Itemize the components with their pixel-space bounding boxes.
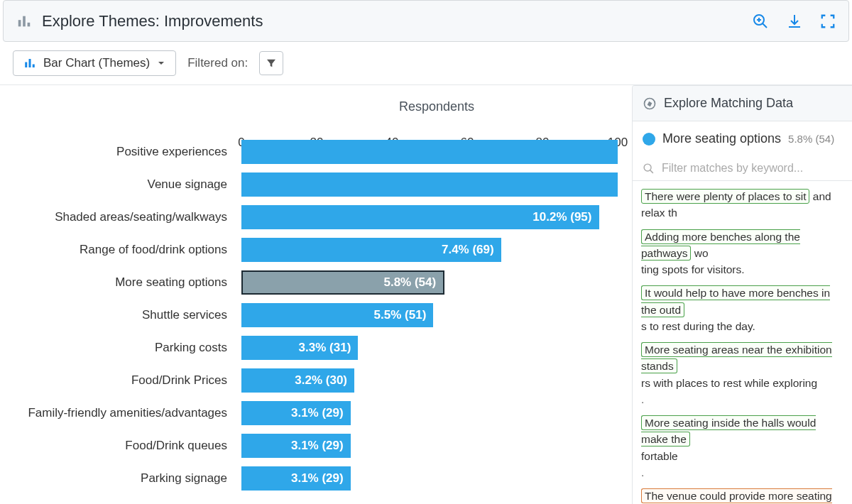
match-item[interactable]: Adding more benches along the pathways w…	[641, 229, 843, 278]
matches-list: There were plenty of places to sit and r…	[633, 181, 852, 504]
chart-type-label: Bar Chart (Themes)	[43, 56, 150, 70]
side-panel: Explore Matching Data More seating optio…	[632, 85, 852, 504]
page-header: Explore Themes: Improvements	[3, 0, 849, 42]
theme-color-dot	[643, 133, 655, 146]
bar-category-label: Venue signage	[0, 177, 234, 192]
match-item[interactable]: More seating inside the halls would make…	[641, 415, 843, 481]
zoom-in-icon[interactable]	[752, 13, 769, 30]
page-title: Explore Themes: Improvements	[42, 12, 263, 31]
bar-category-label: Food/Drink Prices	[0, 373, 234, 388]
bar-rect[interactable]: 3.1% (29)	[241, 434, 351, 458]
bar-category-label: Shaded areas/seating/walkways	[0, 210, 234, 224]
selected-theme-name: More seating options	[662, 131, 781, 146]
chart-area: Respondents 020406080100 Positive experi…	[0, 85, 632, 504]
download-icon[interactable]	[786, 13, 803, 30]
toolbar: Bar Chart (Themes) Filtered on:	[0, 42, 852, 85]
selected-theme: More seating options 5.8% (54)	[633, 121, 852, 156]
bar-rect[interactable]: 7.4% (69)	[241, 238, 501, 262]
chart-title: Respondents	[241, 99, 632, 114]
chevron-down-icon	[157, 59, 165, 67]
match-item[interactable]: There were plenty of places to sit and r…	[641, 188, 843, 221]
bar-rect[interactable]: 10.2% (95)	[241, 205, 599, 229]
search-icon	[643, 163, 655, 175]
filter-button[interactable]	[259, 51, 283, 75]
bar-rect[interactable]: 3.1% (29)	[241, 466, 351, 491]
filter-search	[633, 156, 852, 181]
bar-rect[interactable]	[241, 140, 618, 164]
svg-rect-2	[28, 22, 31, 26]
svg-line-12	[650, 170, 653, 172]
bar-category-label: Family-friendly amenities/advantages	[0, 406, 234, 420]
match-highlight: The venue could provide more seating for…	[641, 488, 832, 504]
svg-rect-0	[18, 20, 21, 26]
filter-input[interactable]	[662, 162, 842, 175]
bar-row[interactable]: Parking signage3.1% (29)	[241, 462, 632, 495]
side-panel-title: Explore Matching Data	[664, 96, 793, 111]
bar-rect[interactable]: 5.8% (54)	[241, 270, 444, 295]
svg-line-4	[763, 23, 767, 28]
svg-point-11	[644, 164, 651, 171]
fullscreen-icon[interactable]	[820, 13, 836, 29]
match-highlight: More seating areas near the exhibition s…	[641, 342, 832, 373]
bar-row[interactable]: More seating options5.8% (54)	[241, 266, 632, 299]
bar-category-label: Shuttle services	[0, 308, 234, 322]
bar-category-label: Range of food/drink options	[0, 243, 234, 257]
match-highlight: More seating inside the halls would make…	[641, 415, 816, 447]
match-item[interactable]: It would help to have more benches in th…	[641, 285, 843, 334]
bar-category-label: Parking costs	[0, 341, 234, 355]
bar-rect[interactable]	[241, 172, 618, 197]
side-panel-header: Explore Matching Data	[633, 86, 852, 121]
chart-type-dropdown[interactable]: Bar Chart (Themes)	[13, 50, 176, 76]
bar-row[interactable]: Family-friendly amenities/advantages3.1%…	[241, 397, 632, 429]
filtered-on-label: Filtered on:	[187, 56, 248, 70]
bar-category-label: Parking signage	[0, 471, 234, 486]
bar-row[interactable]: Shaded areas/seating/walkways10.2% (95)	[241, 201, 632, 234]
selected-theme-stat: 5.8% (54)	[788, 133, 834, 145]
bar-row[interactable]: Food/Drink Prices3.2% (30)	[241, 364, 632, 397]
svg-rect-9	[33, 65, 35, 68]
bars-container: Positive experiencesVenue signageShaded …	[241, 136, 632, 495]
svg-rect-7	[25, 62, 27, 68]
match-highlight: Adding more benches along the pathways	[641, 229, 800, 261]
bar-category-label: More seating options	[0, 275, 234, 290]
bar-row[interactable]: Positive experiences	[241, 136, 632, 168]
bar-row[interactable]: Food/Drink queues3.1% (29)	[241, 429, 632, 462]
bar-row[interactable]: Venue signage	[241, 168, 632, 201]
bar-row[interactable]: Shuttle services5.5% (51)	[241, 299, 632, 332]
match-highlight: There were plenty of places to sit	[641, 189, 809, 204]
match-item[interactable]: More seating areas near the exhibition s…	[641, 341, 843, 407]
bar-row[interactable]: Range of food/drink options7.4% (69)	[241, 234, 632, 266]
svg-rect-8	[29, 59, 31, 67]
bar-rect[interactable]: 3.1% (29)	[241, 401, 351, 425]
bar-rect[interactable]: 5.5% (51)	[241, 303, 433, 327]
bar-rect[interactable]: 3.3% (31)	[241, 336, 358, 360]
match-highlight: It would help to have more benches in th…	[641, 285, 830, 317]
bar-category-label: Food/Drink queues	[0, 439, 234, 453]
svg-rect-1	[23, 16, 26, 26]
bar-rect[interactable]: 3.2% (30)	[241, 368, 354, 393]
bar-chart-icon	[16, 13, 32, 29]
explore-icon	[643, 97, 657, 111]
bar-category-label: Positive experiences	[0, 145, 234, 159]
bar-chart-icon	[23, 57, 36, 70]
match-item[interactable]: The venue could provide more seating for…	[641, 488, 843, 504]
bar-row[interactable]: Parking costs3.3% (31)	[241, 332, 632, 364]
